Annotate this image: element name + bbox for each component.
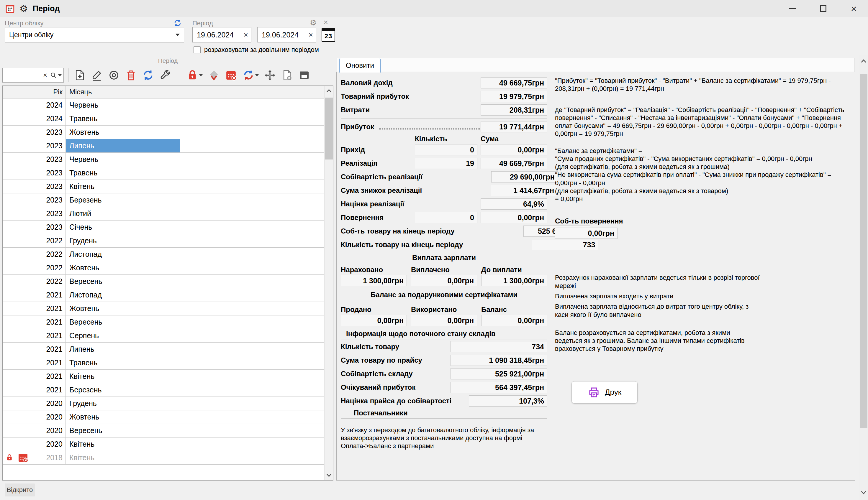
print-button[interactable]: Друк	[571, 381, 637, 404]
table-row[interactable]: 2021 Серпень	[3, 329, 333, 343]
year-cell[interactable]: 2021	[3, 383, 66, 397]
month-cell[interactable]: Грудень	[66, 397, 180, 410]
year-cell[interactable]: 2023	[3, 180, 66, 193]
table-row[interactable]: 2018 Квітень	[3, 451, 333, 465]
clear-search-icon[interactable]: ×	[43, 71, 47, 79]
table-row[interactable]: 2020 Жовтень	[3, 410, 333, 424]
year-cell[interactable]: 2021	[3, 288, 66, 302]
column-header-year[interactable]: Рік	[3, 86, 66, 98]
table-row[interactable]: 2022 Вересень	[3, 275, 333, 288]
table-row[interactable]: 2022 Жовтень	[3, 261, 333, 275]
month-cell[interactable]: Травень	[66, 166, 180, 180]
month-cell[interactable]: Липень	[66, 139, 180, 152]
month-cell[interactable]: Травень	[66, 112, 180, 125]
refresh-list-button[interactable]	[142, 68, 154, 82]
month-cell[interactable]: Червень	[66, 99, 180, 112]
year-cell[interactable]: 2023	[3, 193, 66, 207]
table-row[interactable]: 2021 Квітень	[3, 370, 333, 383]
table-row[interactable]: 2023 Лютий	[3, 207, 333, 220]
table-row[interactable]: 2021 Березень	[3, 383, 333, 397]
scrollbar-thumb[interactable]	[860, 74, 867, 428]
year-cell[interactable]: 2021	[3, 302, 66, 315]
view-record-button[interactable]	[108, 68, 120, 82]
sync-button[interactable]	[242, 68, 259, 82]
table-row[interactable]: 2021 Травень	[3, 356, 333, 370]
month-cell[interactable]: Вересень	[66, 316, 180, 329]
remove-period-button[interactable]	[225, 68, 237, 82]
minimize-button[interactable]	[787, 3, 798, 14]
month-cell[interactable]: Липень	[66, 343, 180, 356]
month-cell[interactable]: Жовтень	[66, 126, 180, 139]
year-cell[interactable]: 2023	[3, 207, 66, 220]
table-row[interactable]: 2023 Березень	[3, 193, 333, 207]
maximize-button[interactable]	[817, 3, 829, 14]
month-cell[interactable]: Березень	[66, 383, 180, 397]
year-cell[interactable]: 2023	[3, 139, 66, 152]
year-cell[interactable]: 2020	[3, 397, 66, 410]
month-cell[interactable]: Жовтень	[66, 302, 180, 315]
clear-date-icon[interactable]: ×	[309, 31, 313, 38]
column-header-month[interactable]: Місяць	[66, 86, 180, 98]
delete-record-button[interactable]	[125, 68, 137, 82]
close-button[interactable]: ×	[848, 3, 860, 14]
table-row[interactable]: 2024 Травень	[3, 112, 333, 126]
diamond-check-button[interactable]	[208, 68, 220, 82]
year-cell[interactable]: 2018	[3, 451, 66, 464]
period-close-icon[interactable]: ×	[323, 18, 328, 26]
edit-record-button[interactable]	[91, 68, 103, 82]
search-options-caret-icon[interactable]	[58, 74, 62, 76]
table-row[interactable]: 2021 Вересень	[3, 316, 333, 329]
month-cell[interactable]: Вересень	[66, 424, 180, 437]
refresh-tab-button[interactable]: Оновити	[339, 58, 381, 72]
month-cell[interactable]: Серпень	[66, 329, 180, 342]
year-cell[interactable]: 2021	[3, 316, 66, 329]
year-cell[interactable]: 2022	[3, 248, 66, 261]
year-cell[interactable]: 2022	[3, 275, 66, 288]
table-row[interactable]: 2021 Липень	[3, 343, 333, 356]
calendar-picker-button[interactable]: 23	[322, 28, 335, 42]
table-row[interactable]: 2023 Жовтень	[3, 126, 333, 139]
scroll-down-icon[interactable]	[859, 487, 868, 498]
year-cell[interactable]: 2024	[3, 112, 66, 125]
year-cell[interactable]: 2022	[3, 234, 66, 247]
table-row[interactable]: 2022 Листопад	[3, 248, 333, 261]
arbitrary-period-checkbox[interactable]	[193, 46, 201, 53]
year-cell[interactable]: 2021	[3, 329, 66, 342]
dock-panel-button[interactable]	[298, 68, 310, 82]
table-row[interactable]: 2024 Червень	[3, 99, 333, 112]
month-cell[interactable]: Жовтень	[66, 261, 180, 274]
year-cell[interactable]: 2022	[3, 261, 66, 274]
search-box[interactable]: ×	[2, 68, 64, 82]
month-cell[interactable]: Лютий	[66, 207, 180, 220]
year-cell[interactable]: 2021	[3, 356, 66, 370]
month-cell[interactable]: Червень	[66, 153, 180, 166]
add-record-button[interactable]	[74, 68, 86, 82]
date-to-field[interactable]: 19.06.2024 ×	[257, 27, 316, 43]
window-scrollbar[interactable]	[859, 55, 868, 500]
search-input[interactable]	[5, 69, 43, 81]
clear-date-icon[interactable]: ×	[244, 31, 248, 38]
settings-wrench-button[interactable]	[159, 68, 171, 82]
year-cell[interactable]: 2023	[3, 126, 66, 139]
month-cell[interactable]: Листопад	[66, 248, 180, 261]
month-cell[interactable]: Листопад	[66, 288, 180, 302]
year-cell[interactable]: 2020	[3, 438, 66, 451]
period-settings-gear-icon[interactable]: ⚙	[310, 18, 316, 27]
scroll-down-icon[interactable]	[324, 470, 333, 480]
year-cell[interactable]: 2020	[3, 424, 66, 437]
refresh-icon[interactable]	[174, 19, 182, 27]
table-row[interactable]: 2021 Жовтень	[3, 302, 333, 316]
clear-document-button[interactable]	[281, 68, 293, 82]
table-row[interactable]: 2021 Листопад	[3, 288, 333, 302]
month-cell[interactable]: Жовтень	[66, 410, 180, 424]
scrollbar-thumb[interactable]	[325, 98, 333, 159]
status-badge[interactable]: Відкрито	[5, 484, 35, 497]
month-cell[interactable]: Квітень	[66, 438, 180, 451]
table-row[interactable]: 2023 Січень	[3, 220, 333, 234]
move-button[interactable]	[264, 68, 276, 82]
scroll-up-icon[interactable]	[859, 55, 868, 67]
table-row[interactable]: 2023 Червень	[3, 153, 333, 166]
year-cell[interactable]: 2023	[3, 166, 66, 180]
scroll-up-icon[interactable]	[324, 86, 333, 96]
date-from-field[interactable]: 19.06.2024 ×	[192, 27, 252, 43]
